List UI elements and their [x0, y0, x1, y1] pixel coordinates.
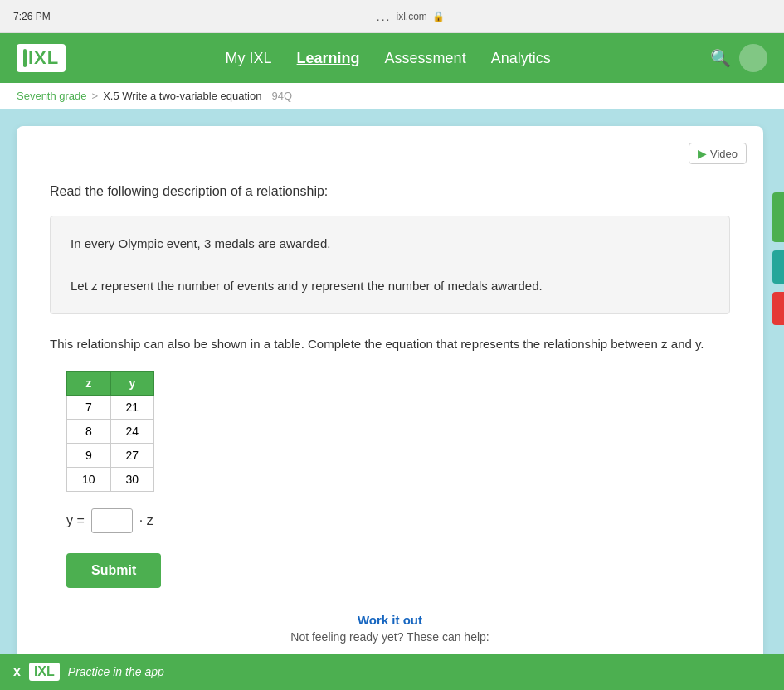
- table-cell: 21: [110, 395, 154, 419]
- table-cell: 24: [110, 419, 154, 443]
- nav-right: 🔍: [710, 44, 767, 72]
- desc-line1: In every Olympic event, 3 medals are awa…: [71, 233, 709, 255]
- breadcrumb-skill: X.5 Write a two-variable equation: [103, 90, 261, 102]
- nav-assessment[interactable]: Assessment: [385, 50, 466, 67]
- table-header-y: y: [110, 371, 154, 395]
- table-cell: 9: [67, 443, 111, 467]
- table-cell: 8: [67, 419, 111, 443]
- breadcrumb-grade[interactable]: Seventh grade: [17, 90, 87, 102]
- right-tab-blue: [772, 250, 784, 284]
- table-row: 10 30: [67, 467, 154, 491]
- breadcrumb-qnum: 94Q: [271, 90, 292, 102]
- browser-time: 7:26 PM: [13, 11, 51, 22]
- table-cell: 30: [110, 467, 154, 491]
- table-cell: 27: [110, 443, 154, 467]
- search-icon[interactable]: 🔍: [710, 48, 731, 68]
- equation-prefix: y =: [66, 513, 85, 528]
- table-cell: 10: [67, 467, 111, 491]
- work-it-out-section: Work it out Not feeling ready yet? These…: [50, 605, 730, 644]
- table-cell: 7: [67, 395, 111, 419]
- logo-text: IXL: [28, 47, 59, 69]
- description-box: In every Olympic event, 3 medals are awa…: [50, 216, 730, 314]
- bottom-ixl-logo[interactable]: IXL: [29, 663, 60, 681]
- equation-input[interactable]: [91, 508, 133, 533]
- right-tab-red: [772, 292, 784, 325]
- video-label: Video: [710, 148, 738, 160]
- data-table: z y 7 21 8 24 9 27 10 30: [66, 371, 154, 492]
- main-content-area: ▶ Video Read the following description o…: [0, 109, 784, 685]
- table-row: 8 24: [67, 419, 154, 443]
- right-tab-green: [772, 192, 784, 242]
- user-avatar[interactable]: [739, 44, 767, 72]
- equation-row: y = · z: [66, 508, 730, 533]
- desc-line2: Let z represent the number of events and…: [71, 275, 709, 297]
- breadcrumb: Seventh grade > X.5 Write a two-variable…: [0, 83, 784, 109]
- question-card: ▶ Video Read the following description o…: [17, 126, 763, 668]
- table-row: 7 21: [67, 395, 154, 419]
- nav-my-ixl[interactable]: My IXL: [226, 50, 272, 67]
- work-it-out-link[interactable]: Work it out: [50, 613, 730, 627]
- relationship-text: This relationship can also be shown in a…: [50, 334, 730, 354]
- close-app-bar-button[interactable]: x: [13, 664, 21, 679]
- question-intro: Read the following description of a rela…: [50, 184, 730, 199]
- browser-url: ixl.com: [397, 11, 427, 22]
- nav-analytics[interactable]: Analytics: [491, 50, 551, 67]
- browser-dots: ...: [377, 10, 392, 23]
- play-icon: ▶: [698, 147, 707, 160]
- work-it-out-sub: Not feeling ready yet? These can help:: [50, 630, 730, 644]
- equation-suffix: · z: [139, 513, 153, 528]
- video-button[interactable]: ▶ Video: [689, 143, 747, 164]
- practice-text: Practice in the app: [68, 665, 164, 678]
- url-area: ... ixl.com 🔒: [377, 10, 445, 23]
- breadcrumb-sep: >: [92, 90, 99, 102]
- nav-links: My IXL Learning Assessment Analytics: [90, 50, 685, 67]
- table-row: 9 27: [67, 443, 154, 467]
- submit-button[interactable]: Submit: [66, 553, 161, 588]
- ixl-logo[interactable]: IXL: [17, 44, 66, 72]
- logo-bar: [23, 49, 27, 67]
- table-header-z: z: [67, 371, 111, 395]
- bottom-logo-text: IXL: [34, 664, 55, 679]
- nav-learning[interactable]: Learning: [297, 50, 360, 67]
- nav-bar: IXL My IXL Learning Assessment Analytics…: [0, 33, 784, 83]
- browser-bar: 7:26 PM ... ixl.com 🔒: [0, 0, 784, 33]
- lock-icon: 🔒: [432, 11, 445, 22]
- bottom-app-bar: x IXL Practice in the app: [0, 654, 784, 690]
